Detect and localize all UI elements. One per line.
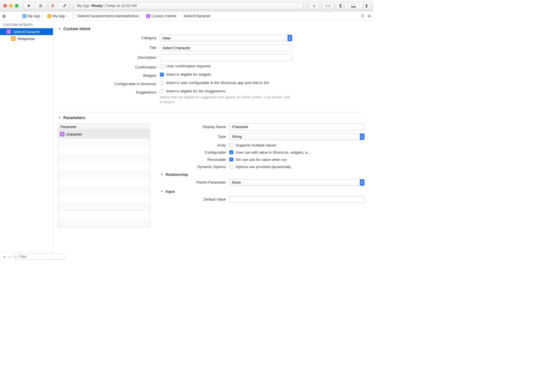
- panel-toggles: [336, 2, 371, 9]
- label-confirmation: Confirmation: [56, 64, 160, 69]
- outline-icon[interactable]: ☰: [361, 14, 364, 18]
- disclosure-triangle-icon: ▼: [58, 27, 61, 31]
- section-header-custom-intent[interactable]: ▼ Custom Intent: [56, 26, 365, 31]
- select-stepper-icon: ▲▼: [287, 35, 292, 41]
- parameter-row-empty[interactable]: [58, 138, 150, 146]
- back-button[interactable]: 〈: [9, 14, 13, 19]
- close-window-button[interactable]: [3, 4, 7, 7]
- parameter-row-empty[interactable]: [58, 171, 150, 179]
- zoom-window-button[interactable]: [15, 4, 18, 7]
- label-configurable: Configurable: [159, 150, 229, 155]
- parameter-row-empty[interactable]: [58, 155, 150, 163]
- display-name-input[interactable]: [229, 123, 365, 130]
- array-checkbox-label: Supports multiple values: [236, 143, 277, 147]
- svg-rect-3: [340, 4, 341, 7]
- scheme-group[interactable]: A 〉: [48, 2, 69, 9]
- section-custom-intent: ▼ Custom Intent Category View ▲▼ Title: [56, 24, 365, 113]
- widgets-checkbox[interactable]: ✓: [160, 73, 164, 77]
- suggestions-checkbox[interactable]: [160, 89, 164, 93]
- shortcuts-checkbox-label: Intent is user-configurable in the Short…: [166, 81, 269, 85]
- document-icon: ◉: [72, 14, 76, 18]
- label-widgets: Widgets: [56, 72, 160, 78]
- intent-icon: I: [146, 14, 150, 18]
- resolvable-checkbox-label: Siri can ask for value when run: [236, 157, 287, 162]
- toggle-left-panel-button[interactable]: [336, 2, 348, 9]
- default-value-input[interactable]: [229, 196, 365, 203]
- confirmation-checkbox-label: User confirmation required: [166, 64, 210, 68]
- run-stop-group: [23, 2, 47, 9]
- string-type-icon: S: [60, 132, 65, 136]
- add-intent-button[interactable]: ＋: [2, 254, 7, 260]
- widgets-checkbox-label: Intent is eligible for widgets: [166, 72, 211, 77]
- suggestions-checkbox-label: Intent is eligible for Siri Suggestions: [166, 89, 226, 93]
- label-dynamic-options: Dynamic Options: [159, 165, 229, 169]
- toggle-bottom-panel-button[interactable]: [348, 2, 359, 9]
- breadcrumb-item[interactable]: SelectCharacterIntent.intentdefinition: [77, 14, 139, 18]
- parameter-row-empty[interactable]: [58, 211, 150, 219]
- breadcrumb-item[interactable]: My App: [52, 14, 65, 18]
- add-button[interactable]: ＋: [308, 2, 320, 9]
- array-checkbox[interactable]: [229, 143, 233, 147]
- label-default-value: Default Value: [159, 197, 229, 201]
- window-controls: [3, 4, 18, 7]
- parameter-row-empty[interactable]: [58, 187, 150, 195]
- svg-rect-1: [39, 4, 42, 7]
- description-input[interactable]: [160, 54, 292, 61]
- editor-content: ▼ Custom Intent Category View ▲▼ Title: [53, 21, 373, 261]
- label-shortcuts: Configurable in Shortcuts: [56, 81, 160, 86]
- label-type: Type: [159, 134, 229, 139]
- parameter-row-empty[interactable]: [58, 146, 150, 155]
- toggle-right-panel-button[interactable]: [359, 2, 371, 9]
- minimize-window-button[interactable]: [9, 4, 13, 7]
- section-header-parameters[interactable]: ▼ Parameters: [56, 115, 365, 120]
- type-select[interactable]: String ▲▼: [229, 133, 365, 140]
- parameter-row-empty[interactable]: [58, 203, 150, 211]
- subsection-relationship[interactable]: ▼ Relationship: [159, 172, 365, 177]
- configurable-checkbox[interactable]: ✓: [229, 150, 233, 154]
- parameter-row-empty[interactable]: [58, 163, 150, 171]
- window-titlebar: A 〉 My App: Ready | Today at 10:02 AM ＋: [0, 0, 373, 12]
- filter-icon: ⊜: [14, 255, 17, 259]
- category-select[interactable]: View ▲▼: [160, 35, 292, 41]
- breadcrumb-item[interactable]: My App: [28, 14, 40, 18]
- parameter-row[interactable]: S character: [58, 130, 150, 138]
- code-review-button[interactable]: [322, 2, 334, 9]
- svg-rect-5: [351, 6, 356, 7]
- title-input[interactable]: [160, 44, 292, 51]
- parameter-row-empty[interactable]: [58, 195, 150, 203]
- run-button[interactable]: [23, 2, 35, 9]
- label-parent-parameter: Parent Parameter: [159, 180, 229, 184]
- parameter-row-empty[interactable]: [58, 179, 150, 187]
- response-icon: R: [11, 36, 16, 41]
- related-items-icon[interactable]: ▦: [2, 14, 6, 18]
- stop-button[interactable]: [35, 2, 46, 9]
- parent-parameter-select[interactable]: None ▲▼: [229, 179, 365, 186]
- subsection-input[interactable]: ▼ Input: [159, 189, 365, 194]
- sidebar-item-label: SelectCharacter: [13, 30, 40, 34]
- project-icon: ▢: [22, 14, 27, 18]
- sidebar-item-selectcharacter[interactable]: I SelectCharacter: [0, 28, 53, 35]
- svg-rect-7: [366, 4, 367, 7]
- sidebar-filter-input[interactable]: [13, 254, 65, 260]
- dynamic-options-checkbox-label: Options are provided dynamically: [236, 165, 291, 169]
- folder-icon: [47, 14, 51, 18]
- parameters-column-header[interactable]: Parameter: [58, 124, 150, 130]
- remove-intent-button[interactable]: −: [8, 254, 11, 259]
- sidebar-item-label: Response: [18, 37, 35, 41]
- parameters-table: Parameter S character: [58, 123, 150, 227]
- svg-marker-0: [28, 4, 31, 7]
- dynamic-options-checkbox[interactable]: [229, 165, 233, 169]
- label-category: Category: [56, 35, 160, 40]
- parameter-row-empty[interactable]: [58, 219, 150, 227]
- confirmation-checkbox[interactable]: [160, 64, 164, 68]
- breadcrumb-item[interactable]: SelectCharacter: [183, 14, 210, 18]
- resolvable-checkbox[interactable]: ✓: [229, 157, 233, 161]
- sidebar-item-response[interactable]: R Response: [0, 35, 53, 42]
- sidebar-section-header: CUSTOM INTENTS: [0, 21, 53, 28]
- forward-button[interactable]: 〉: [15, 14, 19, 19]
- breadcrumb-item[interactable]: Custom Intents: [151, 14, 176, 18]
- select-stepper-icon: ▲▼: [360, 134, 364, 140]
- add-editor-icon[interactable]: ⊞: [368, 14, 371, 18]
- configurable-checkbox-label: User can edit value in Shortcuts, widget…: [236, 150, 311, 155]
- shortcuts-checkbox[interactable]: [160, 81, 164, 85]
